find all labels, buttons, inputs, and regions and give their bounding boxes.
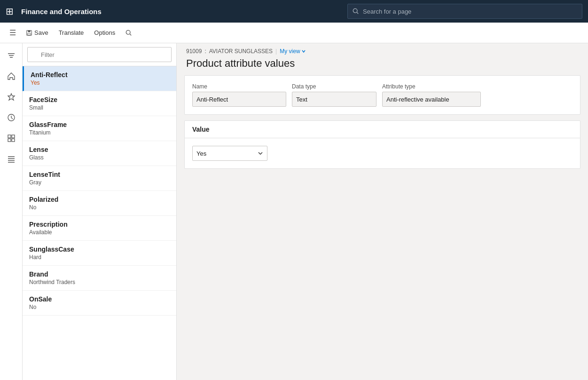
- sidebar-star-item[interactable]: [3, 88, 20, 105]
- list-item-name: SunglassCase: [29, 245, 170, 253]
- sidebar-home-item[interactable]: [3, 68, 20, 85]
- list-item[interactable]: Polarized No: [23, 191, 176, 216]
- detail-panel: 91009 : AVIATOR SUNGLASSES | My view Pro…: [177, 43, 588, 380]
- svg-rect-13: [12, 135, 15, 138]
- value-section: Value Yes: [184, 120, 580, 169]
- svg-line-6: [130, 34, 131, 35]
- list-item-name: OnSale: [29, 295, 170, 303]
- options-button[interactable]: Options: [90, 26, 119, 40]
- list-item[interactable]: Anti-Reflect Yes: [23, 66, 176, 91]
- list-item[interactable]: SunglassCase Hard: [23, 241, 176, 266]
- page-title: Product attribute values: [177, 57, 588, 75]
- svg-rect-15: [12, 139, 15, 142]
- list-item-name: Lense: [29, 146, 170, 153]
- app-title: Finance and Operations: [21, 8, 347, 16]
- breadcrumb-myview[interactable]: My view: [280, 48, 306, 55]
- breadcrumb: 91009 : AVIATOR SUNGLASSES | My view: [177, 43, 588, 57]
- list-item[interactable]: FaceSize Small: [23, 91, 176, 116]
- options-label: Options: [94, 29, 115, 36]
- sidebar-grid-item[interactable]: [3, 130, 20, 147]
- filter-wrapper: [27, 47, 172, 62]
- waffle-icon[interactable]: ⊞: [6, 6, 14, 17]
- list-item-name: Polarized: [29, 196, 170, 203]
- breadcrumb-name: AVIATOR SUNGLASSES: [209, 48, 273, 55]
- value-dropdown-selected: Yes: [196, 150, 206, 157]
- breadcrumb-separator: :: [204, 48, 206, 55]
- attrtype-field-label: Attribute type: [382, 83, 481, 90]
- name-field-group: Name: [192, 83, 286, 107]
- sidebar-clock-item[interactable]: [3, 109, 20, 126]
- list-item-name: Anti-Reflect: [31, 71, 170, 79]
- list-item[interactable]: Prescription Available: [23, 216, 176, 241]
- grid-icon: [7, 134, 16, 142]
- value-dropdown[interactable]: Yes: [192, 146, 267, 161]
- global-search-bar[interactable]: Search for a page: [347, 4, 582, 19]
- list-item-name: FaceSize: [29, 96, 170, 103]
- home-icon: [7, 72, 16, 80]
- list-item-value: Small: [29, 104, 170, 111]
- svg-line-1: [357, 12, 358, 14]
- name-field-input[interactable]: [192, 92, 286, 107]
- list-item[interactable]: LenseTint Gray: [23, 166, 176, 191]
- breadcrumb-code: 91009: [186, 48, 202, 55]
- main-area: Anti-Reflect Yes FaceSize Small GlassFra…: [0, 43, 588, 380]
- list-item-name: LenseTint: [29, 171, 170, 178]
- list-item-value: Northwind Traders: [29, 279, 170, 285]
- list-item-value: No: [29, 204, 170, 211]
- datatype-field-group: Data type: [292, 83, 376, 107]
- breadcrumb-pipe: |: [275, 48, 277, 55]
- svg-rect-3: [28, 30, 30, 32]
- save-label: Save: [34, 29, 48, 36]
- list-item-value: Gray: [29, 179, 170, 186]
- sidebar-list-item[interactable]: [3, 150, 20, 167]
- svg-rect-4: [28, 33, 31, 35]
- clock-icon: [7, 113, 16, 122]
- svg-marker-10: [8, 94, 15, 100]
- list-item-name: GlassFrame: [29, 121, 170, 128]
- list-items: Anti-Reflect Yes FaceSize Small GlassFra…: [23, 66, 176, 380]
- value-section-header: Value: [185, 121, 580, 138]
- list-item-name: Brand: [29, 270, 170, 278]
- top-navigation: ⊞ Finance and Operations Search for a pa…: [0, 0, 588, 23]
- list-item-value: Hard: [29, 254, 170, 261]
- global-search-placeholder: Search for a page: [363, 8, 411, 15]
- attribute-fields-card: Name Data type Attribute type: [184, 75, 580, 115]
- dropdown-chevron-icon: [258, 150, 263, 156]
- list-item-value: No: [29, 304, 170, 310]
- list-item-value: Titanium: [29, 129, 170, 136]
- search-toolbar-button[interactable]: [121, 26, 136, 40]
- attribute-fields: Name Data type Attribute type: [192, 83, 572, 107]
- list-item[interactable]: OnSale No: [23, 291, 176, 316]
- name-field-label: Name: [192, 83, 286, 90]
- translate-button[interactable]: Translate: [55, 26, 88, 40]
- star-icon: [7, 93, 16, 101]
- chevron-down-icon: [301, 49, 306, 54]
- list-item-value: Available: [29, 229, 170, 236]
- hamburger-icon[interactable]: ☰: [6, 25, 20, 40]
- translate-label: Translate: [59, 29, 84, 36]
- icon-sidebar: [0, 43, 23, 380]
- datatype-field-input[interactable]: [292, 92, 376, 107]
- list-item[interactable]: GlassFrame Titanium: [23, 116, 176, 141]
- list-item-name: Prescription: [29, 221, 170, 228]
- list-item[interactable]: Lense Glass: [23, 141, 176, 166]
- list-item[interactable]: Brand Northwind Traders: [23, 266, 176, 291]
- list-panel-header: [23, 43, 176, 66]
- svg-rect-14: [8, 139, 11, 142]
- save-button[interactable]: Save: [22, 26, 53, 40]
- svg-point-0: [353, 8, 357, 13]
- list-item-value: Glass: [29, 154, 170, 161]
- list-icon: [7, 155, 16, 163]
- value-section-body: Yes: [185, 138, 580, 168]
- attrtype-field-input[interactable]: [382, 92, 481, 107]
- list-panel: Anti-Reflect Yes FaceSize Small GlassFra…: [23, 43, 177, 380]
- search-toolbar-icon: [125, 30, 132, 36]
- search-icon: [353, 8, 359, 15]
- datatype-field-label: Data type: [292, 83, 376, 90]
- svg-rect-12: [8, 135, 11, 138]
- svg-point-5: [126, 30, 130, 34]
- attrtype-field-group: Attribute type: [382, 83, 481, 107]
- sidebar-filter-item[interactable]: [3, 47, 20, 64]
- list-filter-input[interactable]: [27, 47, 172, 62]
- toolbar: ☰ Save Translate Options: [0, 23, 588, 43]
